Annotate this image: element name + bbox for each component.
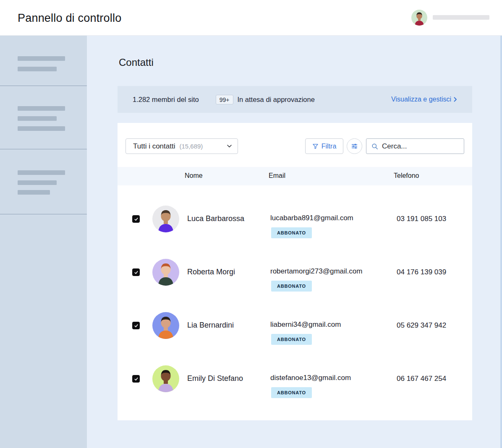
sidebar-item-placeholder[interactable] — [18, 67, 57, 71]
pending-label: In attesa di approvazione — [238, 96, 315, 104]
pending-count-badge: 99+ — [216, 95, 233, 104]
sidebar-item-placeholder[interactable] — [18, 56, 65, 61]
contact-phone: 05 629 347 942 — [397, 321, 446, 330]
search-icon — [371, 143, 378, 150]
user-avatar[interactable] — [411, 10, 427, 26]
username-placeholder — [433, 15, 489, 20]
contact-row[interactable]: Roberta Morgi robertamorgi273@gmail.com … — [118, 245, 472, 299]
sidebar-item-placeholder[interactable] — [18, 126, 65, 131]
contact-email: liaberni34@gmail.com — [270, 320, 341, 329]
contact-row[interactable]: Emily Di Stefano distefanoe13@gmail.com … — [118, 352, 472, 405]
sidebar-item-placeholder[interactable] — [18, 170, 65, 175]
topbar: Pannello di controllo — [0, 0, 502, 36]
column-header-name: Nome — [185, 172, 203, 180]
sidebar-item-placeholder[interactable] — [18, 116, 57, 121]
person-icon — [152, 206, 179, 232]
contact-email: distefanoe13@gmail.com — [270, 374, 351, 382]
contacts-table-body: Luca Barbarossa lucabarba891@gmail.com A… — [118, 192, 472, 405]
page-title: Contatti — [119, 57, 154, 68]
sidebar-divider — [0, 214, 87, 214]
person-icon — [152, 312, 179, 339]
person-icon — [152, 365, 179, 392]
checkmark-icon — [134, 217, 139, 221]
sidebar-item-placeholder[interactable] — [18, 190, 50, 195]
chevron-down-icon — [227, 145, 232, 148]
search-input[interactable] — [382, 142, 459, 151]
contact-avatar — [152, 206, 179, 232]
checkmark-icon — [134, 270, 139, 275]
scrollbar[interactable] — [500, 36, 502, 448]
members-count-text: 1.282 membri del sito — [133, 96, 199, 104]
contact-avatar — [152, 365, 179, 392]
contact-row[interactable]: Luca Barbarossa lucabarba891@gmail.com A… — [118, 192, 472, 245]
checkmark-icon — [134, 323, 139, 328]
contact-name: Lia Bernardini — [187, 321, 234, 330]
contacts-filter-dropdown[interactable]: Tutti i contatti (15,689) — [126, 138, 238, 154]
view-manage-link[interactable]: Visualizza e gestisci — [391, 96, 457, 103]
contact-name: Luca Barbarossa — [187, 214, 244, 223]
dropdown-label: Tutti i contatti — [133, 142, 175, 151]
sidebar-item-placeholder[interactable] — [18, 180, 57, 185]
view-manage-label: Visualizza e gestisci — [391, 96, 451, 103]
contact-phone: 03 191 085 103 — [397, 215, 446, 223]
status-badge: ABBONATO — [271, 387, 312, 398]
checkmark-icon — [134, 377, 139, 381]
main-area: Contatti 1.282 membri del sito 99+ In at… — [87, 36, 502, 448]
table-header: Nome Email Telefono — [118, 167, 472, 185]
adjust-filters-button[interactable] — [347, 138, 362, 154]
column-header-email: Email — [269, 172, 285, 180]
chevron-right-icon — [454, 97, 457, 102]
column-header-phone: Telefono — [394, 172, 419, 180]
filter-button[interactable]: Filtra — [305, 138, 343, 154]
contact-phone: 06 167 467 254 — [397, 375, 446, 383]
contact-row[interactable]: Lia Bernardini liaberni34@gmail.com ABBO… — [118, 299, 472, 352]
row-checkbox[interactable] — [132, 375, 140, 383]
status-badge: ABBONATO — [271, 281, 312, 292]
funnel-icon — [312, 143, 319, 149]
contact-phone: 04 176 139 039 — [397, 268, 446, 276]
contact-email: lucabarba891@gmail.com — [270, 214, 353, 222]
row-checkbox[interactable] — [132, 322, 140, 329]
sliders-icon — [351, 143, 358, 150]
contact-email: robertamorgi273@gmail.com — [270, 267, 362, 276]
status-badge: ABBONATO — [271, 334, 312, 345]
contact-avatar — [152, 312, 179, 339]
contacts-card: Tutti i contatti (15,689) Filtra — [118, 123, 472, 420]
status-badge: ABBONATO — [271, 227, 312, 238]
contact-avatar — [152, 259, 179, 286]
dropdown-count: (15,689) — [179, 143, 203, 150]
sidebar-divider — [0, 86, 87, 86]
app-title: Pannello di controllo — [18, 12, 121, 25]
search-box — [366, 138, 464, 154]
contact-name: Emily Di Stefano — [187, 374, 243, 383]
sidebar-divider — [0, 149, 87, 149]
person-icon — [152, 259, 179, 286]
sidebar-item-placeholder[interactable] — [18, 106, 65, 111]
contact-name: Roberta Morgi — [187, 268, 235, 276]
person-icon — [411, 10, 427, 26]
row-checkbox[interactable] — [132, 268, 140, 276]
filter-button-label: Filtra — [322, 143, 337, 150]
pending-members-banner: 1.282 membri del sito 99+ In attesa di a… — [118, 86, 472, 113]
row-checkbox[interactable] — [132, 215, 140, 223]
sidebar — [0, 36, 87, 448]
